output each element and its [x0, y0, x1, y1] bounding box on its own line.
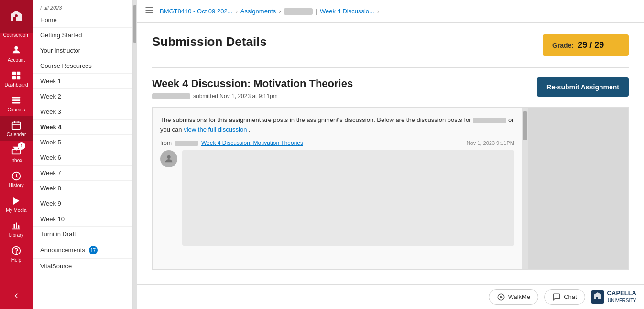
- sidebar-item-library[interactable]: Library: [0, 217, 33, 242]
- svg-rect-8: [12, 99, 21, 101]
- svg-point-2: [14, 46, 18, 50]
- sidebar-item-account[interactable]: Account: [0, 41, 33, 66]
- help-label: Help: [11, 257, 22, 263]
- svg-marker-16: [13, 197, 20, 205]
- nav-item-vitalsource[interactable]: VitalSource: [33, 259, 132, 274]
- breadcrumb-course[interactable]: BMGT8410 - Oct 09 202...: [160, 8, 232, 15]
- nav-item-week9[interactable]: Week 9: [33, 196, 132, 211]
- post-content: [182, 150, 514, 246]
- my-media-label: My Media: [6, 208, 26, 213]
- avatar: [160, 150, 177, 167]
- svg-point-26: [167, 155, 170, 159]
- nav-item-resources[interactable]: Course Resources: [33, 58, 132, 74]
- grade-value: 29 / 29: [578, 40, 604, 50]
- discussion-side-panel: [528, 108, 628, 269]
- svg-rect-3: [12, 72, 16, 75]
- discussion-scrollbar[interactable]: [522, 108, 528, 269]
- post-from-label: from: [160, 140, 172, 146]
- nav-item-week2[interactable]: Week 2: [33, 89, 132, 104]
- courseroom-logo[interactable]: [0, 0, 33, 33]
- capella-text: CAPELLA UNIVERSITY: [607, 290, 636, 304]
- resubmit-button[interactable]: Re-submit Assignment: [537, 77, 629, 97]
- assignment-section-header: Week 4 Discussion: Motivation Theories s…: [152, 77, 629, 99]
- discussion-description: The submissions for this assignment are …: [160, 115, 514, 134]
- post-header: from Week 4 Discussion: Motivation Theor…: [160, 140, 514, 146]
- chat-label: Chat: [564, 293, 577, 300]
- discussion-box: The submissions for this assignment are …: [152, 107, 629, 270]
- nav-item-week3[interactable]: Week 3: [33, 104, 132, 120]
- svg-rect-5: [12, 76, 16, 79]
- library-label: Library: [9, 232, 24, 238]
- submitted-label: submitted Nov 1, 2023 at 9:11pm: [193, 93, 278, 99]
- footer-actions: WalkMe Chat CAPELLA UNIVERSITY: [489, 289, 636, 305]
- svg-rect-17: [12, 229, 21, 230]
- submission-area: Submission Details Grade: 29 / 29 Week 4…: [137, 23, 644, 284]
- page-title: Submission Details: [152, 34, 267, 49]
- breadcrumb-blurred: [284, 8, 313, 15]
- inbox-label: Inbox: [11, 158, 22, 163]
- discussion-blurred: [473, 118, 506, 123]
- svg-point-1: [15, 14, 18, 17]
- footer: WalkMe Chat CAPELLA UNIVERSITY: [137, 284, 644, 309]
- breadcrumb-assignments[interactable]: Assignments: [240, 8, 276, 15]
- collapse-button[interactable]: [0, 286, 33, 305]
- sidebar: Courseroom Account Dashboard Courses: [0, 0, 33, 309]
- nav-item-week8[interactable]: Week 8: [33, 181, 132, 196]
- grade-box: Grade: 29 / 29: [543, 34, 629, 56]
- assignment-title: Week 4 Discussion: Motivation Theories: [152, 77, 353, 90]
- sidebar-item-my-media[interactable]: My Media: [0, 192, 33, 217]
- svg-rect-6: [17, 76, 20, 79]
- nav-item-week6[interactable]: Week 6: [33, 150, 132, 166]
- assignment-section: Week 4 Discussion: Motivation Theories s…: [152, 67, 629, 270]
- sidebar-item-inbox[interactable]: 1 Inbox: [0, 141, 33, 167]
- svg-rect-7: [12, 97, 21, 99]
- sidebar-item-help[interactable]: Help: [0, 242, 33, 266]
- nav-item-week4[interactable]: Week 4: [33, 120, 132, 135]
- svg-rect-19: [16, 223, 17, 229]
- discussion-scrollbar-thumb: [523, 111, 527, 140]
- nav-item-week1[interactable]: Week 1: [33, 74, 132, 89]
- nav-item-getting-started[interactable]: Getting Started: [33, 28, 132, 43]
- courseroom-label: Courseroom: [3, 33, 29, 38]
- dashboard-label: Dashboard: [5, 82, 28, 88]
- svg-rect-20: [18, 225, 20, 228]
- walkme-label: WalkMe: [508, 293, 530, 300]
- main-content: BMGT8410 - Oct 09 202... › Assignments ›…: [137, 0, 644, 309]
- svg-point-22: [16, 253, 17, 253]
- sidebar-item-dashboard[interactable]: Dashboard: [0, 66, 33, 91]
- breadcrumb-sep-1: ›: [235, 8, 237, 15]
- nav-item-announcements[interactable]: Announcements 17: [33, 242, 132, 259]
- topbar: BMGT8410 - Oct 09 202... › Assignments ›…: [137, 0, 644, 23]
- calendar-label: Calendar: [7, 132, 26, 137]
- breadcrumb: BMGT8410 - Oct 09 202... › Assignments ›…: [160, 8, 379, 15]
- nav-item-week7[interactable]: Week 7: [33, 166, 132, 181]
- nav-item-week10[interactable]: Week 10: [33, 211, 132, 227]
- discussion-main: The submissions for this assignment are …: [153, 108, 522, 269]
- chat-button[interactable]: Chat: [544, 289, 585, 305]
- grade-label: Grade:: [552, 42, 574, 49]
- announcements-badge: 17: [89, 246, 98, 254]
- submitted-info: submitted Nov 1, 2023 at 9:11pm: [152, 93, 353, 99]
- nav-item-turnitin[interactable]: Turnitin Draft: [33, 227, 132, 242]
- nav-scrollbar[interactable]: [133, 0, 137, 309]
- history-label: History: [9, 183, 23, 188]
- sidebar-item-history[interactable]: History: [0, 167, 33, 192]
- sidebar-item-courses[interactable]: Courses: [0, 91, 33, 116]
- breadcrumb-sep-3: |: [316, 8, 317, 15]
- svg-rect-18: [14, 224, 15, 228]
- menu-icon[interactable]: [144, 5, 154, 17]
- walkme-button[interactable]: WalkMe: [489, 289, 538, 305]
- avatar-area: [160, 150, 514, 246]
- nav-item-instructor[interactable]: Your Instructor: [33, 43, 132, 58]
- post-author-blurred: [175, 141, 198, 146]
- capella-logo-icon: [591, 290, 604, 304]
- view-full-discussion-link[interactable]: view the full discussion: [184, 126, 247, 133]
- sidebar-item-calendar[interactable]: Calendar: [0, 116, 33, 141]
- svg-rect-10: [12, 122, 21, 130]
- post-discussion-link[interactable]: Week 4 Discussion: Motivation Theories: [201, 140, 303, 146]
- breadcrumb-discussion[interactable]: Week 4 Discussio...: [320, 8, 374, 15]
- nav-item-week5[interactable]: Week 5: [33, 135, 132, 150]
- nav-item-home[interactable]: Home: [33, 12, 132, 28]
- nav-scrollbar-thumb: [133, 5, 136, 43]
- capella-logo: CAPELLA UNIVERSITY: [591, 290, 636, 304]
